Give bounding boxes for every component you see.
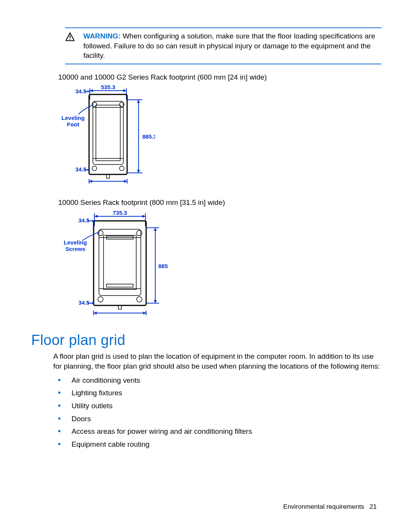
rack-footprint-600-diagram: 535.3 34.5 Leveling Foot (59, 85, 155, 187)
list-item: Utility outlets (66, 401, 381, 411)
svg-point-28 (137, 297, 142, 302)
dim-side-height: 885.3 (142, 133, 155, 140)
dim-top-width: 535.3 (101, 85, 115, 90)
diagram-600-caption: 10000 and 10000 G2 Series Rack footprint… (58, 73, 381, 82)
leveling-foot-l2: Foot (67, 121, 79, 128)
warning-body: When configuring a solution, make sure t… (83, 32, 375, 59)
svg-point-11 (92, 166, 97, 171)
svg-rect-6 (96, 105, 120, 161)
list-item: Equipment cable routing (66, 440, 381, 449)
list-item: Access areas for power wiring and air co… (66, 427, 381, 436)
leveling-screws-l2: Screws (65, 246, 86, 252)
warning-label: WARNING: (83, 32, 121, 40)
page-content: WARNING: When configuring a solution, ma… (31, 27, 381, 453)
list-item: Lighting fixtures (66, 388, 381, 398)
footer-page-number: 21 (370, 503, 377, 510)
svg-point-26 (137, 230, 142, 236)
svg-point-12 (119, 166, 124, 171)
svg-point-27 (98, 297, 103, 302)
dim-corner-top-800: 34.5 (78, 217, 89, 224)
section-heading-floor-plan-grid: Floor plan grid (31, 332, 381, 348)
list-item: Doors (66, 414, 381, 424)
svg-rect-5 (93, 101, 123, 165)
warning-text: WARNING: When configuring a solution, ma… (83, 31, 381, 61)
section-paragraph: A floor plan grid is used to plan the lo… (53, 351, 381, 371)
bullet-list: Air conditioning vents Lighting fixtures… (53, 376, 381, 449)
rack-footprint-800-diagram: 735.3 34.5 Leveling Screws (59, 209, 168, 319)
page-footer: Environmental requirements 21 (283, 503, 377, 511)
footer-section: Environmental requirements (283, 503, 364, 510)
svg-rect-0 (70, 35, 70, 38)
leveling-foot-l1: Leveling (62, 115, 85, 121)
svg-rect-20 (104, 235, 136, 289)
dim-top-width-800: 735.3 (113, 209, 127, 216)
dim-corner-bottom-800: 34.5 (78, 299, 89, 306)
dim-corner-bottom: 34.5 (75, 166, 86, 173)
svg-rect-18 (94, 221, 146, 305)
diagram-800-caption: 10000 Series Rack footprint (800 mm [31.… (58, 198, 381, 208)
warning-icon (65, 31, 83, 43)
warning-callout: WARNING: When configuring a solution, ma… (65, 27, 381, 64)
svg-rect-24 (107, 284, 133, 287)
dim-side-height-800: 885.3 (158, 263, 168, 269)
svg-point-25 (98, 230, 103, 236)
list-item: Air conditioning vents (66, 376, 381, 385)
svg-rect-1 (70, 39, 70, 40)
